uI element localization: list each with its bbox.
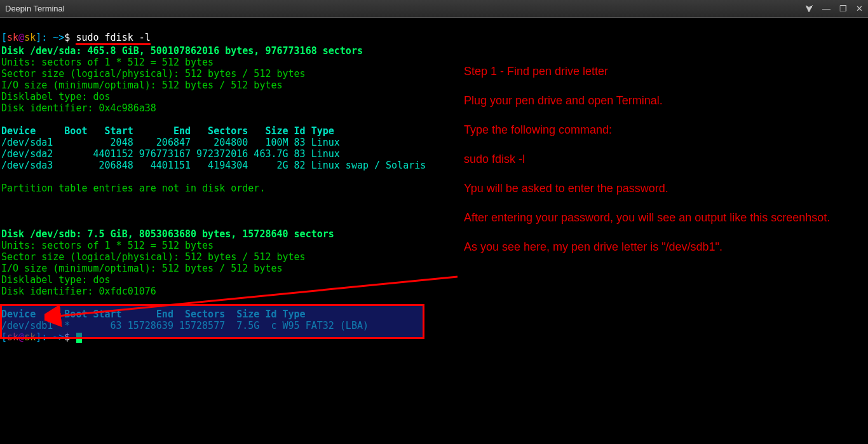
disk-b-ident: Disk identifier: 0xfdc01076 [1, 286, 156, 297]
disk-a-io: I/O size (minimum/optimal): 512 bytes / … [1, 80, 283, 91]
disk-a-table-header: Device Boot Start End Sectors Size Id Ty… [1, 125, 334, 137]
disk-a-header: Disk /dev/sda: 465.8 GiB, 500107862016 b… [1, 45, 363, 57]
disk-a-label: Disklabel type: dos [1, 91, 111, 102]
cursor-icon [76, 333, 82, 343]
minimize-icon[interactable]: — [822, 3, 831, 15]
window-controls: ⮟ — ❐ ✕ [805, 3, 863, 15]
maximize-icon[interactable]: ❐ [839, 3, 847, 15]
annotation-command: sudo fdisk -l [464, 151, 851, 167]
annotation-text: After entering your password, you will s… [464, 210, 851, 225]
annotation-panel: Step 1 - Find pen drive letter Plug your… [464, 64, 851, 268]
table-row: /dev/sdb1 * 63 15728639 15728577 7.5G c … [1, 320, 369, 331]
disk-a-ident: Disk identifier: 0x4c986a38 [1, 102, 156, 114]
annotation-text: Ypu will be asked to enter the password. [464, 181, 851, 196]
prompt-line-1: [sk@sk]: ~>$ sudo fdisk -l [1, 32, 151, 43]
command-input: sudo fdisk -l [76, 32, 150, 45]
annotation-step: Step 1 - Find pen drive letter [464, 64, 851, 79]
disk-a-units: Units: sectors of 1 * 512 = 512 bytes [1, 57, 214, 68]
disk-b-header: Disk /dev/sdb: 7.5 GiB, 8053063680 bytes… [1, 228, 334, 240]
disk-b-table-header: Device Boot Start End Sectors Size Id Ty… [1, 309, 306, 320]
disk-b-label: Disklabel type: dos [1, 274, 111, 286]
annotation-text: Type the following command: [464, 122, 851, 137]
table-row: /dev/sda3 206848 4401151 4194304 2G 82 L… [1, 160, 426, 171]
table-row: /dev/sda1 2048 206847 204800 100M 83 Lin… [1, 137, 340, 148]
partition-note: Partition table entries are not in disk … [1, 183, 265, 194]
menu-icon[interactable]: ⮟ [805, 3, 813, 15]
annotation-text: As you see here, my pen drive letter is … [464, 239, 851, 254]
annotation-text: Plug your pen drive and open Terminal. [464, 93, 851, 108]
disk-b-units: Units: sectors of 1 * 512 = 512 bytes [1, 240, 214, 251]
window-titlebar: Deepin Terminal ⮟ — ❐ ✕ [0, 0, 868, 18]
disk-a-sector: Sector size (logical/physical): 512 byte… [1, 68, 306, 80]
prompt-line-2: [sk@sk]: ~>$ [1, 331, 82, 343]
disk-b-io: I/O size (minimum/optimal): 512 bytes / … [1, 263, 283, 274]
window-title: Deepin Terminal [5, 3, 805, 15]
close-icon[interactable]: ✕ [856, 3, 863, 15]
table-row: /dev/sda2 4401152 976773167 972372016 46… [1, 148, 340, 160]
disk-b-sector: Sector size (logical/physical): 512 byte… [1, 251, 306, 263]
